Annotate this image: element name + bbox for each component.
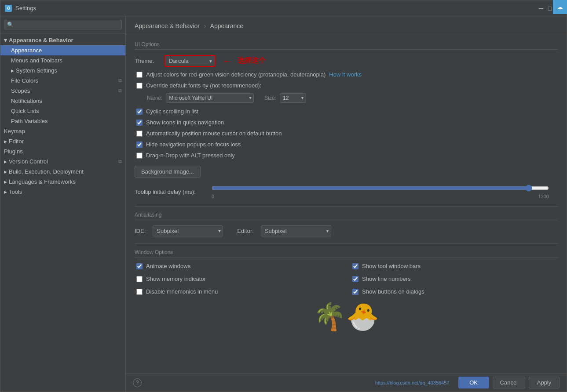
chevron-icon: ▶ (11, 69, 14, 73)
ok-button[interactable]: OK (458, 377, 489, 388)
show-tool-bars-row: Show tool window bars (351, 263, 558, 269)
sidebar-item-menus-toolbars[interactable]: Menus and Toolbars (0, 55, 125, 65)
minimize-button[interactable]: ─ (538, 5, 545, 12)
window-title: Settings (15, 5, 538, 11)
sidebar-item-label: Path Variables (11, 118, 48, 124)
help-button[interactable]: ? (133, 378, 142, 387)
sidebar-item-label: Notifications (11, 98, 42, 104)
chevron-icon: ▶ (4, 160, 7, 164)
sidebar-item-label: Tools (9, 189, 22, 195)
sidebar-item-editor[interactable]: ▶ Editor (0, 136, 125, 146)
show-buttons-row: Show buttons on dialogs (351, 288, 558, 295)
chevron-icon: ▶ (4, 39, 8, 42)
annotation-arrow: ← (223, 55, 232, 67)
background-image-button[interactable]: Background Image... (135, 166, 201, 178)
sidebar-item-keymap[interactable]: Keymap (0, 126, 125, 136)
font-size-wrap: 12 10 11 13 14 ▼ (280, 93, 306, 103)
search-icon: 🔍 (7, 22, 14, 28)
sidebar-item-scopes[interactable]: Scopes ⧉ (0, 86, 125, 96)
hide-nav-row: Hide navigation popups on focus loss (135, 141, 558, 148)
antialiasing-section: Antialiasing IDE: Subpixel Greyscale No … (135, 206, 558, 236)
antialiasing-label: Antialiasing (135, 212, 558, 220)
show-icons-checkbox[interactable] (136, 120, 143, 126)
search-bar: 🔍 (0, 16, 125, 33)
sidebar-item-label: Build, Execution, Deployment (9, 168, 84, 175)
show-buttons-checkbox[interactable] (352, 289, 358, 295)
hide-nav-checkbox[interactable] (136, 142, 143, 148)
bg-image-section: Background Image... (135, 163, 558, 183)
copy-icon: ⧉ (118, 88, 122, 94)
theme-select[interactable]: Darcula IntelliJ High Contrast (165, 55, 216, 67)
sidebar-item-system-settings[interactable]: ▶ System Settings (0, 65, 125, 76)
show-tool-bars-label: Show tool window bars (362, 263, 421, 269)
cloud-icon[interactable]: ☁ (553, 0, 567, 14)
slider-min-label: 0 (212, 194, 214, 199)
sidebar-item-appearance-behavior[interactable]: ▶ Appearance & Behavior (0, 35, 125, 45)
sidebar-item-file-colors[interactable]: File Colors ⧉ (0, 76, 125, 86)
animate-windows-checkbox[interactable] (136, 263, 143, 269)
sidebar: 🔍 ▶ Appearance & Behavior Appearance Men… (0, 16, 126, 392)
how-it-works-link[interactable]: How it works (329, 71, 362, 78)
line-numbers-label: Show line numbers (362, 276, 411, 282)
sidebar-item-label: Quick Lists (11, 108, 39, 114)
animate-windows-row: Animate windows (135, 263, 342, 269)
ide-aa-select[interactable]: Subpixel Greyscale No antialiasing (153, 225, 223, 236)
search-input[interactable] (15, 22, 119, 28)
sidebar-item-label: Keymap (4, 128, 25, 134)
override-fonts-checkbox[interactable] (136, 83, 143, 89)
color-deficiency-row: Adjust colors for red-green vision defic… (135, 71, 558, 78)
font-name-select[interactable]: Microsoft YaHei UI (166, 93, 254, 103)
chevron-icon: ▶ (4, 180, 7, 184)
editor-aa-select[interactable]: Subpixel Greyscale No antialiasing (261, 225, 331, 236)
disable-mnemonics-row: Disable mnemonics in menu (135, 288, 342, 295)
search-input-wrap[interactable]: 🔍 (4, 20, 122, 29)
cancel-button[interactable]: Cancel (493, 377, 525, 388)
chevron-icon: ▶ (4, 170, 7, 174)
drag-drop-checkbox[interactable] (136, 152, 143, 159)
content-area: Appearance & Behavior › Appearance UI Op… (126, 16, 567, 392)
sidebar-item-path-variables[interactable]: Path Variables (0, 116, 125, 126)
sidebar-item-label: Appearance & Behavior (9, 37, 73, 44)
theme-label: Theme: (135, 58, 161, 64)
show-tool-bars-checkbox[interactable] (352, 263, 358, 269)
show-memory-row: Show memory indicator (135, 276, 342, 282)
sidebar-item-label: File Colors (11, 77, 38, 84)
animate-windows-label: Animate windows (146, 263, 190, 269)
antialiasing-row: IDE: Subpixel Greyscale No antialiasing … (135, 225, 558, 236)
sidebar-nav: ▶ Appearance & Behavior Appearance Menus… (0, 33, 125, 199)
sidebar-item-plugins[interactable]: Plugins (0, 146, 125, 156)
disable-mnemonics-checkbox[interactable] (136, 289, 143, 295)
auto-mouse-checkbox[interactable] (136, 131, 143, 137)
sidebar-item-label: Languages & Frameworks (9, 178, 76, 185)
line-numbers-checkbox[interactable] (352, 276, 358, 282)
color-deficiency-checkbox[interactable] (136, 72, 143, 78)
show-memory-label: Show memory indicator (146, 276, 206, 282)
tooltip-slider[interactable] (212, 185, 549, 192)
theme-row: Theme: Darcula IntelliJ High Contrast ▼ … (135, 55, 558, 67)
tooltip-row: Tooltip initial delay (ms): 0 1200 (135, 185, 558, 199)
sidebar-item-build-execution[interactable]: ▶ Build, Execution, Deployment (0, 167, 125, 177)
sidebar-item-notifications[interactable]: Notifications (0, 96, 125, 106)
line-numbers-row: Show line numbers (351, 276, 558, 282)
slider-max-label: 1200 (538, 194, 549, 199)
copy-icon: ⧉ (118, 78, 122, 83)
window-options-section: Window Options Animate windows Show tool… (135, 243, 558, 299)
sidebar-item-tools[interactable]: ▶ Tools (0, 187, 125, 197)
watermark-text: https://blog.csdn.net/qq_40356457 (375, 380, 450, 385)
sidebar-item-quick-lists[interactable]: Quick Lists (0, 106, 125, 116)
sidebar-item-label: Editor (9, 138, 24, 145)
settings-window: ⚙ Settings ─ □ ✕ ☁ 🔍 ▶ Appearance & Be (0, 0, 567, 392)
show-memory-checkbox[interactable] (136, 276, 143, 282)
font-size-select[interactable]: 12 10 11 13 14 (280, 93, 306, 103)
emoji-decoration: 🌴🐣 (313, 304, 379, 330)
color-deficiency-label: Adjust colors for red-green vision defic… (146, 71, 326, 78)
sidebar-item-languages-frameworks[interactable]: ▶ Languages & Frameworks (0, 177, 125, 187)
sidebar-item-appearance[interactable]: Appearance (0, 45, 125, 55)
apply-button[interactable]: Apply (529, 377, 560, 388)
maximize-button[interactable]: □ (546, 5, 553, 12)
sidebar-item-version-control[interactable]: ▶ Version Control ⧉ (0, 156, 125, 167)
auto-mouse-label: Automatically position mouse cursor on d… (146, 130, 282, 137)
slider-container: 0 1200 (212, 185, 558, 199)
cyclic-scroll-checkbox[interactable] (136, 109, 143, 115)
override-fonts-row: Override default fonts by (not recommend… (135, 82, 558, 89)
